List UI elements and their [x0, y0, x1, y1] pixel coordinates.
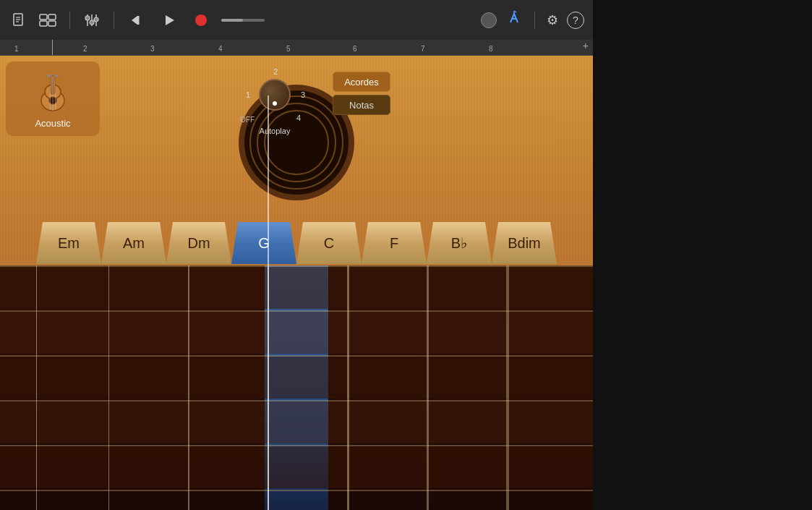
- chord-g[interactable]: G: [231, 222, 296, 264]
- count-in-button[interactable]: [505, 9, 523, 30]
- new-document-icon[interactable]: [9, 10, 29, 30]
- string-3: [188, 265, 189, 510]
- add-track-button[interactable]: +: [583, 40, 589, 51]
- chord-dm[interactable]: Dm: [166, 222, 231, 264]
- label-2: 2: [273, 67, 278, 76]
- volume-slider[interactable]: [221, 19, 265, 22]
- svg-rect-23: [47, 75, 51, 77]
- label-1: 1: [246, 90, 250, 99]
- mode-buttons: Acordes Notas: [333, 72, 390, 115]
- svg-rect-5: [48, 14, 56, 20]
- instrument-area: Acoustic OFF 1 2 3 4 Autoplay Acordes No…: [0, 56, 593, 510]
- svg-marker-16: [166, 15, 174, 25]
- chord-bb[interactable]: B♭: [427, 222, 492, 264]
- string-5: [347, 265, 349, 510]
- chord-bdim[interactable]: Bdim: [492, 222, 557, 264]
- svg-point-11: [85, 16, 90, 20]
- string-1: [36, 265, 37, 510]
- fret-wood-1: [0, 267, 593, 309]
- chords-row: Em Am Dm G C F B♭ Bdim: [0, 222, 593, 264]
- svg-rect-15: [137, 16, 140, 25]
- chord-c[interactable]: C: [296, 222, 362, 264]
- svg-rect-6: [40, 21, 47, 26]
- metronome-button[interactable]: [481, 12, 497, 28]
- svg-point-12: [90, 20, 94, 25]
- notas-button[interactable]: Notas: [333, 95, 390, 115]
- separator-2: [114, 12, 114, 29]
- help-icon[interactable]: ?: [567, 12, 584, 29]
- record-circle: [195, 14, 207, 26]
- svg-rect-7: [48, 21, 56, 26]
- play-button[interactable]: [158, 9, 181, 32]
- fretboard[interactable]: [0, 265, 593, 510]
- label-4: 4: [296, 114, 301, 122]
- svg-rect-24: [55, 75, 59, 77]
- record-button[interactable]: [189, 9, 213, 32]
- timeline-cursor: [268, 95, 269, 510]
- fret-wood-3: [0, 357, 593, 399]
- string-7: [506, 265, 509, 510]
- tracks-view-icon[interactable]: [38, 10, 58, 30]
- knob-indicator: [273, 101, 277, 106]
- instrument-icon: [30, 69, 76, 115]
- mixer-icon[interactable]: [82, 10, 102, 30]
- instrument-name: Acoustic: [35, 118, 70, 129]
- string-2: [108, 265, 109, 510]
- ruler-mark-4: 4: [218, 45, 223, 53]
- string-6: [427, 265, 429, 510]
- instrument-panel[interactable]: Acoustic: [6, 61, 100, 136]
- autoplay-knob-container: OFF 1 2 3 4: [246, 66, 304, 124]
- acordes-button[interactable]: Acordes: [333, 72, 390, 92]
- autoplay-panel: OFF 1 2 3 4 Autoplay: [246, 66, 304, 135]
- ruler-mark-5: 5: [286, 45, 291, 53]
- rewind-button[interactable]: [126, 9, 149, 32]
- ruler-mark-2: 2: [83, 45, 87, 53]
- ruler-mark-8: 8: [489, 45, 493, 53]
- ruler-mark-3: 3: [150, 45, 155, 53]
- ruler-mark-7: 7: [421, 45, 425, 53]
- svg-rect-4: [40, 14, 47, 20]
- ruler: 1 2 3 4 5 6 7 8 +: [0, 40, 593, 56]
- right-panel: [593, 0, 812, 510]
- fret-wood-2: [0, 312, 593, 354]
- separator-3: [534, 12, 535, 29]
- chord-em[interactable]: Em: [36, 222, 101, 264]
- chord-f[interactable]: F: [362, 222, 427, 264]
- autoplay-title: Autoplay: [260, 127, 291, 135]
- ruler-mark-1: 1: [14, 45, 19, 53]
- fret-5: [0, 490, 593, 491]
- label-3: 3: [301, 90, 305, 99]
- label-off: OFF: [240, 116, 255, 124]
- volume-fill: [221, 19, 243, 22]
- settings-icon[interactable]: ⚙: [547, 12, 558, 28]
- svg-point-13: [94, 17, 98, 22]
- fret-wood-5: [0, 446, 593, 488]
- ruler-mark-6: 6: [353, 45, 357, 53]
- autoplay-knob[interactable]: [259, 79, 291, 111]
- toolbar: ⚙ ?: [0, 0, 593, 40]
- separator-1: [69, 12, 70, 29]
- chord-am[interactable]: Am: [101, 222, 166, 264]
- svg-marker-14: [132, 16, 137, 25]
- fret-wood-4: [0, 401, 593, 443]
